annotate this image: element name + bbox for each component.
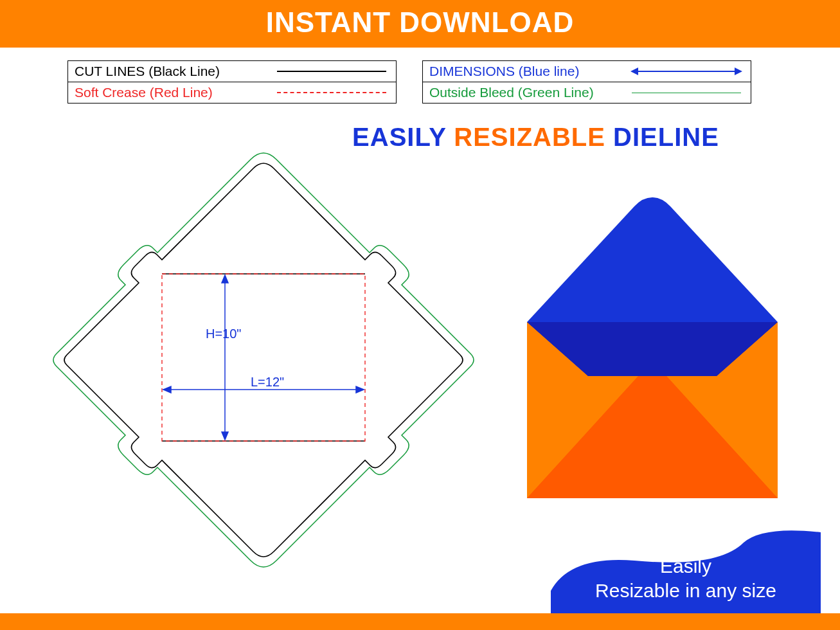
dimension-height-label: H=10"	[206, 327, 241, 341]
svg-rect-0	[162, 274, 365, 441]
legend-row: CUT LINES (Black Line) Soft Crease (Red …	[67, 60, 840, 104]
envelope-top-flap-icon	[527, 197, 778, 322]
legend-cut-lines: CUT LINES (Black Line)	[68, 61, 396, 82]
dieline-diagram: H=10" L=12"	[45, 145, 482, 582]
legend-label: CUT LINES (Black Line)	[75, 64, 274, 79]
footer-line-2: Resizable in any size	[551, 579, 821, 603]
svg-marker-6	[356, 386, 364, 393]
legend-soft-crease: Soft Crease (Red Line)	[68, 82, 396, 103]
legend-label: Outside Bleed (Green Line)	[429, 85, 629, 100]
svg-marker-2	[222, 275, 228, 283]
top-banner: INSTANT DOWNLOAD	[0, 0, 840, 48]
dimension-line-sample-icon	[629, 71, 744, 72]
legend-dimensions: DIMENSIONS (Blue line)	[423, 61, 751, 82]
svg-marker-3	[222, 432, 228, 440]
crease-rectangle-icon	[162, 274, 365, 441]
dimension-length-label: L=12"	[251, 375, 284, 389]
svg-marker-5	[163, 386, 171, 393]
dimension-arrows-icon	[163, 275, 364, 440]
bottom-banner	[0, 613, 840, 630]
crease-line-sample-icon	[274, 92, 389, 93]
footer-callout: Easily Resizable in any size	[551, 530, 821, 613]
bleed-line-sample-icon	[629, 93, 744, 93]
legend-outside-bleed: Outside Bleed (Green Line)	[423, 82, 751, 103]
legend-box-right: DIMENSIONS (Blue line) Outside Bleed (Gr…	[422, 60, 751, 104]
legend-label: DIMENSIONS (Blue line)	[429, 64, 629, 79]
legend-label: Soft Crease (Red Line)	[75, 85, 274, 100]
cut-line-sample-icon	[274, 71, 389, 72]
bleed-outline-icon	[53, 153, 474, 567]
footer-line-1: Easily	[551, 554, 821, 579]
envelope-mockup	[517, 194, 787, 502]
header-title: INSTANT DOWNLOAD	[266, 6, 575, 38]
tagline-word-3: DIELINE	[613, 123, 719, 151]
legend-box-left: CUT LINES (Black Line) Soft Crease (Red …	[67, 60, 397, 104]
cut-outline-icon	[64, 163, 463, 557]
